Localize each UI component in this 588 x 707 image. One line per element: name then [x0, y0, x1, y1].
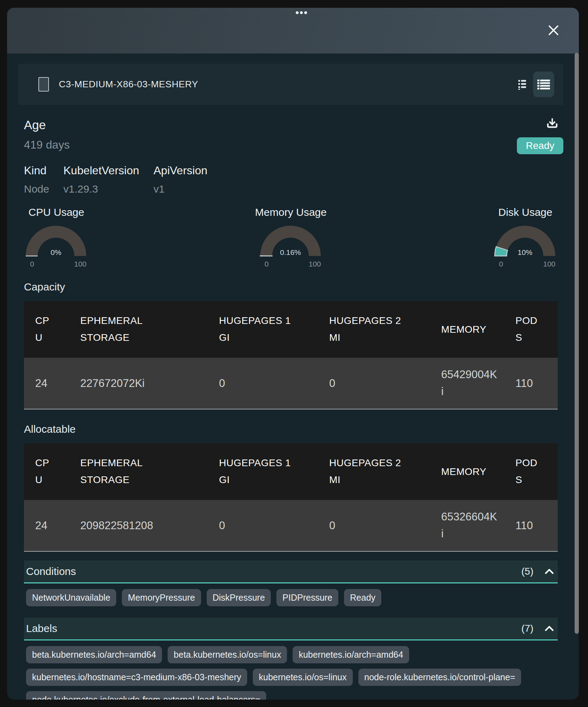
node-details-modal: C3-MEDIUM-X86-03-MESHERY	[7, 8, 579, 700]
svg-text:0.16%: 0.16%	[280, 248, 301, 256]
allocatable-table: CPUEPHEMERAL STORAGEHUGEPAGES 1 GIHUGEPA…	[24, 443, 558, 552]
column-header[interactable]: HUGEPAGES 2 MI	[318, 301, 430, 358]
field-label: Kind	[24, 164, 63, 177]
node-title-bar: C3-MEDIUM-X86-03-MESHERY	[18, 64, 563, 105]
chip[interactable]: beta.kubernetes.io/arch=amd64	[26, 646, 162, 663]
column-header[interactable]: MEMORY	[430, 443, 504, 500]
gauge-cpu-usage: CPU Usage0%0100	[25, 206, 87, 270]
chevron-up-icon[interactable]	[544, 623, 555, 634]
chip[interactable]: kubernetes.io/hostname=c3-medium-x86-03-…	[26, 669, 247, 686]
column-header[interactable]: EPHEMERAL STORAGE	[69, 301, 208, 358]
gauge-axis-labels: 0100	[494, 260, 556, 270]
table-header-row: CPUEPHEMERAL STORAGEHUGEPAGES 1 GIHUGEPA…	[24, 301, 558, 358]
capacity-table: CPUEPHEMERAL STORAGEHUGEPAGES 1 GIHUGEPA…	[24, 301, 558, 409]
conditions-chips: NetworkUnavailableMemoryPressureDiskPres…	[24, 583, 558, 606]
table-cell: 0	[318, 358, 430, 409]
table-row: 24227672072Ki0065429004Ki110	[24, 358, 558, 409]
meta-section: Age 419 days KindNodeKubeletVersionv1.29…	[24, 119, 558, 195]
table-cell: 65429004Ki	[430, 358, 504, 409]
column-header[interactable]: HUGEPAGES 1 GI	[208, 443, 318, 500]
field-value: Node	[24, 183, 63, 195]
chip[interactable]: DiskPressure	[207, 589, 271, 606]
svg-text:0%: 0%	[51, 248, 61, 256]
gauge-title: Disk Usage	[494, 206, 556, 218]
table-cell: 110	[504, 358, 558, 409]
table-cell: 0	[208, 358, 318, 409]
chip[interactable]: kubernetes.io/arch=amd64	[293, 646, 409, 663]
download-button[interactable]	[547, 117, 558, 128]
column-header[interactable]: EPHEMERAL STORAGE	[69, 443, 208, 500]
chip[interactable]: node.kubernetes.io/exclude-from-external…	[26, 691, 266, 700]
modal-header	[7, 8, 579, 54]
conditions-title: Conditions	[26, 565, 521, 577]
chip[interactable]: PIDPressure	[276, 589, 338, 606]
detailed-list-icon	[537, 80, 550, 89]
column-header[interactable]: PODS	[504, 443, 558, 500]
field-apiversion: ApiVersionv1	[154, 164, 207, 195]
scrollbar-thumb[interactable]	[575, 53, 579, 634]
drag-handle-icon[interactable]	[296, 11, 307, 14]
chip[interactable]: beta.kubernetes.io/os=linux	[168, 646, 287, 663]
gauge-memory-usage: Memory Usage0.16%0100	[260, 206, 322, 270]
table-row: 242098225812080065326604Ki110	[24, 500, 558, 551]
gauge-arc: 0%	[25, 224, 87, 257]
allocatable-heading: Allocatable	[24, 423, 558, 435]
table-cell: 24	[24, 500, 69, 551]
gauge-title: Memory Usage	[260, 206, 322, 218]
gauge-title: CPU Usage	[25, 206, 87, 218]
chip[interactable]: node-role.kubernetes.io/control-plane=	[358, 669, 521, 686]
field-value: v1.29.3	[63, 183, 154, 195]
chip[interactable]: MemoryPressure	[122, 589, 201, 606]
close-button[interactable]	[544, 20, 563, 40]
node-title: C3-MEDIUM-X86-03-MESHERY	[59, 79, 198, 90]
modal-body: C3-MEDIUM-X86-03-MESHERY	[7, 54, 579, 700]
labels-section-header[interactable]: Labels (7)	[24, 618, 558, 640]
field-label: ApiVersion	[154, 164, 207, 177]
labels-title: Labels	[26, 622, 521, 634]
column-header[interactable]: MEMORY	[430, 301, 504, 358]
table-cell: 0	[318, 500, 430, 551]
table-cell: 227672072Ki	[69, 358, 208, 409]
capacity-heading: Capacity	[24, 281, 558, 293]
node-status-badge[interactable]: Ready	[517, 137, 563, 154]
svg-text:10%: 10%	[518, 248, 532, 256]
conditions-count: (5)	[521, 566, 533, 577]
detailed-list-view-button[interactable]	[533, 71, 554, 97]
table-cell: 209822581208	[69, 500, 208, 551]
table-cell: 24	[24, 358, 69, 409]
field-label: KubeletVersion	[63, 164, 154, 177]
usage-gauges: CPU Usage0%0100Memory Usage0.16%0100Disk…	[24, 206, 558, 270]
column-header[interactable]: CPU	[24, 301, 69, 358]
field-kind: KindNode	[24, 164, 63, 195]
gauge-arc: 10%	[494, 224, 556, 257]
close-icon	[548, 25, 559, 36]
chevron-up-icon[interactable]	[544, 566, 555, 577]
field-kubeletversion: KubeletVersionv1.29.3	[63, 164, 154, 195]
field-value: v1	[154, 183, 207, 195]
download-icon	[547, 117, 558, 128]
gauge-arc: 0.16%	[260, 224, 322, 257]
table-cell: 0	[208, 500, 318, 551]
age-label: Age	[24, 119, 207, 131]
table-cell: 110	[504, 500, 558, 551]
column-header[interactable]: PODS	[504, 301, 558, 358]
compact-list-icon[interactable]	[518, 79, 526, 90]
node-select-checkbox[interactable]	[38, 77, 49, 92]
table-cell: 65326604Ki	[430, 500, 504, 551]
gauge-axis-labels: 0100	[260, 260, 322, 270]
age-value: 419 days	[24, 138, 207, 151]
labels-chips: beta.kubernetes.io/arch=amd64beta.kubern…	[24, 640, 558, 700]
column-header[interactable]: HUGEPAGES 2 MI	[318, 443, 430, 500]
chip[interactable]: NetworkUnavailable	[26, 589, 116, 606]
table-header-row: CPUEPHEMERAL STORAGEHUGEPAGES 1 GIHUGEPA…	[24, 443, 558, 500]
meta-fields: KindNodeKubeletVersionv1.29.3ApiVersionv…	[24, 164, 207, 195]
column-header[interactable]: CPU	[24, 443, 69, 500]
chip[interactable]: Ready	[344, 589, 381, 606]
gauge-disk-usage: Disk Usage10%0100	[494, 206, 556, 270]
column-header[interactable]: HUGEPAGES 1 GI	[208, 301, 318, 358]
chip[interactable]: kubernetes.io/os=linux	[253, 669, 352, 686]
gauge-axis-labels: 0100	[25, 260, 87, 270]
labels-count: (7)	[521, 623, 533, 634]
conditions-section-header[interactable]: Conditions (5)	[24, 561, 558, 583]
